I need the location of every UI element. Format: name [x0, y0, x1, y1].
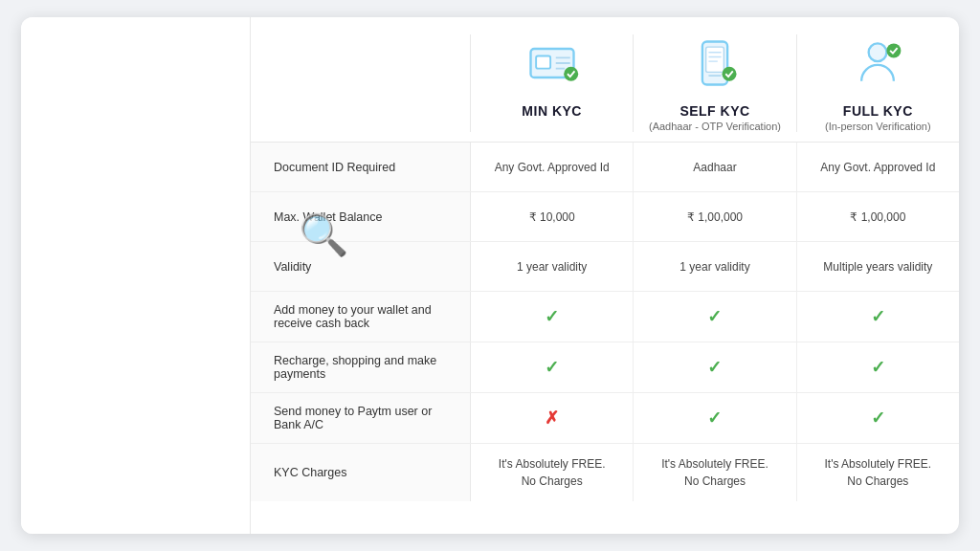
full-kyc-title: FULL KYC — [843, 103, 913, 119]
cell-0-1: Aadhaar — [634, 143, 796, 191]
table-row: Recharge, shopping and make payments✓✓✓ — [251, 342, 959, 393]
header-row: MIN KYC SELF KYC (Aadhaar - OTP Verifica… — [251, 17, 959, 143]
table-wrapper: 🔍 MIN KYC SELF KYC (Aadhaar - — [251, 17, 959, 534]
cell-6-1: It's Absolutely FREE.No Charges — [634, 444, 796, 501]
svg-rect-1 — [536, 56, 550, 69]
data-rows: Document ID RequiredAny Govt. Approved I… — [251, 143, 959, 534]
cell-5-2: ✓ — [797, 393, 959, 443]
self-kyc-title: SELF KYC — [679, 103, 749, 119]
cell-1-0: ₹ 10,000 — [471, 192, 634, 241]
row-label-6: KYC Charges — [251, 444, 471, 501]
check-icon: ✓ — [545, 306, 559, 327]
cell-1-1: ₹ 1,00,000 — [634, 192, 796, 241]
table-row: Document ID RequiredAny Govt. Approved I… — [251, 143, 959, 192]
col-header-full-kyc: FULL KYC (In-person Verification) — [797, 34, 959, 132]
table-row: Send money to Paytm user or Bank A/C✗✓✓ — [251, 393, 959, 444]
svg-point-5 — [564, 67, 578, 81]
check-icon: ✓ — [871, 306, 885, 327]
cell-text: It's Absolutely FREE.No Charges — [661, 455, 768, 490]
cell-3-2: ✓ — [797, 292, 959, 342]
cell-text: 1 year validity — [517, 258, 587, 276]
cell-6-2: It's Absolutely FREE.No Charges — [797, 444, 959, 501]
row-cells-5: ✗✓✓ — [471, 393, 959, 443]
cell-2-1: 1 year validity — [634, 242, 796, 291]
cell-text: It's Absolutely FREE.No Charges — [499, 455, 606, 490]
table-row: Max. Wallet Balance₹ 10,000₹ 1,00,000₹ 1… — [251, 192, 959, 242]
table-row: KYC ChargesIt's Absolutely FREE.No Charg… — [251, 444, 959, 501]
table-row: Add money to your wallet and receive cas… — [251, 292, 959, 342]
min-kyc-title: MIN KYC — [522, 103, 582, 119]
cell-0-0: Any Govt. Approved Id — [471, 143, 634, 191]
check-icon: ✓ — [871, 408, 885, 429]
cell-text: Any Govt. Approved Id — [820, 159, 935, 176]
cell-text: ₹ 10,000 — [529, 209, 575, 226]
row-cells-6: It's Absolutely FREE.No ChargesIt's Abso… — [471, 444, 959, 501]
row-label-4: Recharge, shopping and make payments — [251, 342, 471, 392]
cell-5-1: ✓ — [634, 393, 796, 443]
row-label-2: Validity — [251, 242, 471, 291]
check-icon: ✓ — [707, 306, 722, 327]
row-label-5: Send money to Paytm user or Bank A/C — [251, 393, 471, 443]
cell-4-1: ✓ — [634, 342, 796, 392]
svg-point-12 — [722, 67, 736, 81]
cell-text: Multiple years validity — [823, 258, 932, 276]
row-cells-1: ₹ 10,000₹ 1,00,000₹ 1,00,000 — [471, 192, 959, 241]
row-label-1: Max. Wallet Balance — [251, 192, 471, 241]
col-header-self-kyc: SELF KYC (Aadhaar - OTP Verification) — [634, 34, 796, 132]
cell-text: ₹ 1,00,000 — [850, 209, 905, 226]
cell-1-2: ₹ 1,00,000 — [797, 192, 959, 241]
cell-6-0: It's Absolutely FREE.No Charges — [471, 444, 634, 501]
table-row: Validity1 year validity1 year validityMu… — [251, 242, 959, 292]
cell-2-0: 1 year validity — [471, 242, 634, 291]
row-label-3: Add money to your wallet and receive cas… — [251, 292, 471, 342]
cell-5-0: ✗ — [471, 393, 634, 443]
main-content: MIN KYC SELF KYC (Aadhaar - OTP Verifica… — [251, 17, 959, 534]
self-kyc-subtitle: (Aadhaar - OTP Verification) — [649, 121, 781, 132]
cell-4-0: ✓ — [471, 342, 634, 392]
full-kyc-subtitle: (In-person Verification) — [825, 121, 931, 132]
cell-4-2: ✓ — [797, 342, 959, 392]
row-cells-0: Any Govt. Approved IdAadhaarAny Govt. Ap… — [471, 143, 959, 191]
cell-text: It's Absolutely FREE.No Charges — [824, 455, 931, 490]
cross-icon: ✗ — [545, 408, 559, 429]
cell-text: 1 year validity — [679, 258, 749, 276]
svg-rect-7 — [706, 47, 724, 72]
cell-text: Any Govt. Approved Id — [495, 159, 610, 176]
left-panel — [21, 17, 251, 534]
self-kyc-icon — [684, 34, 746, 96]
svg-point-13 — [869, 43, 887, 61]
row-label-0: Document ID Required — [251, 143, 471, 191]
row-cells-2: 1 year validity1 year validityMultiple y… — [471, 242, 959, 291]
min-kyc-icon — [522, 34, 583, 96]
check-icon: ✓ — [707, 357, 722, 378]
cell-3-1: ✓ — [634, 292, 796, 342]
cell-0-2: Any Govt. Approved Id — [797, 143, 959, 191]
kyc-comparison-card: 🔍 MIN KYC SELF KYC (Aadhaar - — [21, 17, 959, 534]
check-icon: ✓ — [545, 357, 559, 378]
cell-text: Aadhaar — [693, 159, 736, 176]
col-header-min-kyc: MIN KYC — [471, 34, 634, 132]
svg-point-14 — [887, 43, 902, 57]
cell-text: ₹ 1,00,000 — [687, 209, 743, 226]
cell-3-0: ✓ — [471, 292, 634, 342]
row-cells-4: ✓✓✓ — [471, 342, 959, 392]
check-icon: ✓ — [871, 357, 885, 378]
row-cells-3: ✓✓✓ — [471, 292, 959, 342]
cell-2-2: Multiple years validity — [797, 242, 959, 291]
check-icon: ✓ — [707, 408, 722, 429]
full-kyc-icon — [847, 34, 908, 96]
